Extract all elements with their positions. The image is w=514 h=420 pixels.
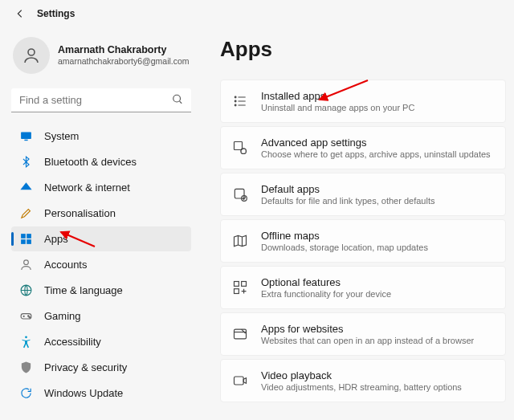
- gear-app-icon: [232, 140, 248, 156]
- wifi-icon: [19, 181, 33, 194]
- bluetooth-icon: [19, 155, 33, 169]
- sidebar-item-apps[interactable]: Apps: [11, 226, 191, 251]
- card-optional-features[interactable]: Optional featuresExtra functionality for…: [220, 266, 506, 309]
- card-video-playback[interactable]: Video playbackVideo adjustments, HDR str…: [220, 359, 506, 402]
- svg-rect-22: [242, 282, 247, 287]
- sidebar-item-accounts[interactable]: Accounts: [11, 252, 191, 277]
- search-button[interactable]: [169, 91, 186, 111]
- card-title: Optional features: [261, 276, 391, 288]
- window-title: Settings: [37, 8, 75, 19]
- sidebar-item-bluetooth-devices[interactable]: Bluetooth & devices: [11, 149, 191, 174]
- card-default-apps[interactable]: Default appsDefaults for file and link t…: [220, 173, 506, 216]
- accessibility-icon: [19, 335, 33, 349]
- svg-point-15: [235, 100, 236, 102]
- svg-rect-5: [27, 234, 31, 239]
- svg-point-0: [28, 49, 35, 55]
- plus-grid-icon: [232, 279, 248, 296]
- svg-rect-23: [235, 289, 239, 294]
- sidebar-item-personalisation[interactable]: Personalisation: [11, 201, 191, 226]
- video-icon: [232, 373, 248, 389]
- svg-rect-3: [24, 140, 27, 141]
- card-title: Video playback: [261, 369, 462, 381]
- svg-point-1: [173, 95, 181, 102]
- sidebar-item-network-internet[interactable]: Network & internet: [11, 175, 191, 200]
- card-title: Default apps: [261, 183, 434, 195]
- card-subtitle: Uninstall and manage apps on your PC: [261, 103, 414, 112]
- sidebar-item-windows-update[interactable]: Windows Update: [11, 381, 191, 406]
- sidebar-item-label: Accounts: [44, 259, 87, 271]
- card-title: Apps for websites: [261, 323, 474, 335]
- monitor-icon: [19, 129, 33, 143]
- card-subtitle: Downloads, storage location, map updates: [261, 243, 428, 252]
- sidebar-item-label: Accessibility: [44, 336, 101, 348]
- sidebar-item-system[interactable]: System: [11, 124, 191, 149]
- brush-icon: [19, 206, 33, 220]
- svg-rect-2: [21, 133, 31, 140]
- svg-point-16: [235, 104, 236, 106]
- sidebar-item-label: System: [44, 130, 79, 142]
- person-icon: [19, 258, 33, 271]
- svg-point-18: [241, 149, 247, 154]
- profile-block[interactable]: Amarnath Chakraborty amarnathchakraborty…: [11, 32, 191, 85]
- card-subtitle: Websites that can open in an app instead…: [261, 336, 474, 345]
- update-icon: [19, 386, 33, 400]
- sidebar-item-label: Time & language: [44, 284, 123, 296]
- sidebar-item-label: Network & internet: [44, 181, 130, 194]
- avatar: [13, 37, 50, 74]
- sidebar-item-gaming[interactable]: Gaming: [11, 304, 191, 328]
- list-icon: [232, 93, 248, 109]
- web-app-icon: [232, 326, 248, 342]
- globe-icon: [19, 283, 33, 297]
- svg-rect-21: [235, 282, 239, 287]
- svg-point-13: [25, 336, 27, 338]
- search-input[interactable]: [11, 88, 191, 112]
- card-advanced-app-settings[interactable]: Advanced app settingsChoose where to get…: [220, 126, 506, 169]
- profile-email: amarnathchakraborty6@gmail.com: [58, 56, 190, 67]
- sidebar-item-accessibility[interactable]: Accessibility: [11, 329, 191, 354]
- svg-point-11: [28, 316, 29, 316]
- svg-rect-17: [235, 142, 243, 150]
- sidebar-item-label: Privacy & security: [44, 361, 127, 373]
- profile-name: Amarnath Chakraborty: [58, 44, 190, 56]
- svg-rect-19: [235, 189, 244, 198]
- card-subtitle: Extra functionality for your device: [261, 289, 391, 299]
- sidebar-nav: SystemBluetooth & devicesNetwork & inter…: [11, 124, 191, 406]
- sidebar-item-privacy-security[interactable]: Privacy & security: [11, 355, 191, 380]
- card-offline-maps[interactable]: Offline mapsDownloads, storage location,…: [220, 219, 506, 263]
- card-subtitle: Choose where to get apps, archive apps, …: [261, 149, 491, 159]
- sidebar-item-label: Gaming: [44, 310, 81, 322]
- card-title: Installed apps: [261, 90, 414, 102]
- page-title: Apps: [220, 37, 506, 62]
- svg-rect-7: [27, 239, 31, 244]
- card-apps-for-websites[interactable]: Apps for websitesWebsites that can open …: [220, 312, 506, 356]
- card-subtitle: Video adjustments, HDR streaming, batter…: [261, 382, 462, 392]
- map-icon: [232, 233, 248, 249]
- sidebar-item-time-language[interactable]: Time & language: [11, 278, 191, 303]
- shield-icon: [19, 361, 33, 374]
- card-title: Offline maps: [261, 230, 428, 242]
- svg-rect-24: [235, 329, 247, 339]
- svg-point-12: [29, 316, 30, 317]
- svg-point-8: [24, 260, 29, 265]
- card-installed-apps[interactable]: Installed appsUninstall and manage apps …: [220, 80, 506, 123]
- back-icon[interactable]: [14, 8, 26, 19]
- card-title: Advanced app settings: [261, 137, 491, 149]
- svg-rect-25: [235, 377, 244, 385]
- cards-list: Installed appsUninstall and manage apps …: [220, 80, 506, 402]
- card-subtitle: Defaults for file and link types, other …: [261, 196, 434, 206]
- sidebar-item-label: Apps: [44, 233, 68, 245]
- svg-rect-6: [21, 239, 26, 244]
- svg-point-14: [235, 96, 236, 98]
- gamepad-icon: [19, 309, 33, 323]
- search-field[interactable]: [11, 88, 191, 112]
- default-icon: [232, 186, 248, 202]
- sidebar-item-label: Windows Update: [44, 387, 123, 399]
- sidebar-item-label: Bluetooth & devices: [44, 156, 137, 168]
- svg-rect-4: [21, 234, 26, 239]
- sidebar-item-label: Personalisation: [44, 207, 116, 219]
- apps-icon: [19, 232, 33, 246]
